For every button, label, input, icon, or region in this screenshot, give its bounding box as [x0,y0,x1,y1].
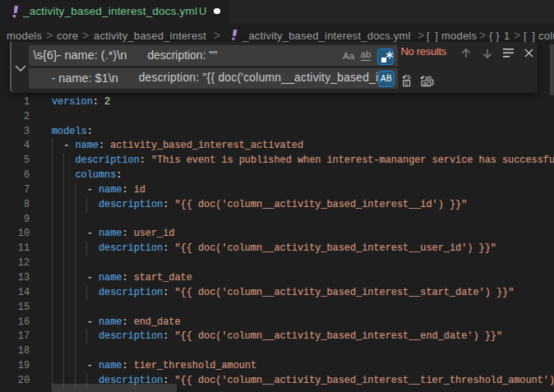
svg-text:c: c [404,79,408,86]
svg-text:ac: ac [422,79,429,86]
svg-text:b: b [408,74,411,81]
